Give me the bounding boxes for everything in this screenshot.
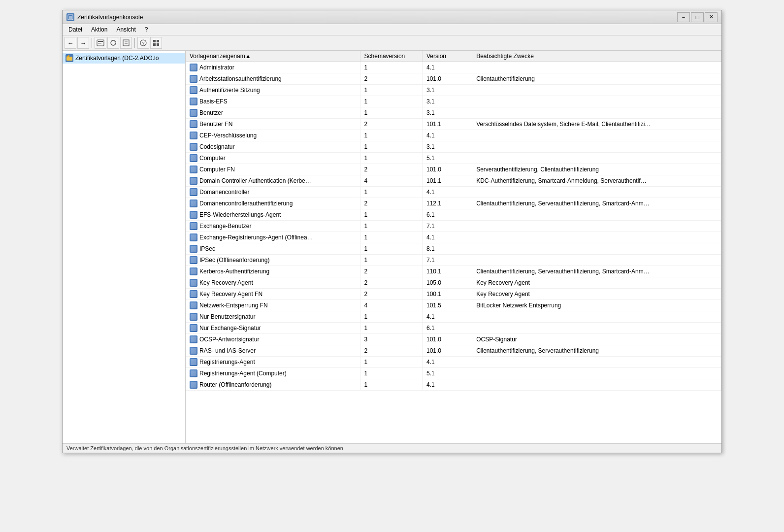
svg-rect-1 xyxy=(69,16,72,19)
cell-version: 112.1 xyxy=(423,198,472,209)
col-header-schema[interactable]: Schemaversion xyxy=(360,51,422,62)
menu-item-ansicht[interactable]: Ansicht xyxy=(112,25,139,34)
close-button[interactable]: ✕ xyxy=(705,12,718,22)
cell-schema: 2 xyxy=(360,73,422,85)
table-row[interactable]: Nur Exchange-Signatur16.1 xyxy=(186,323,721,334)
console-button[interactable] xyxy=(95,37,106,49)
table-row[interactable]: Key Recovery Agent FN2100.1Key Recovery … xyxy=(186,289,721,300)
cell-name: Router (Offlineanforderung) xyxy=(186,379,360,391)
svg-rect-11 xyxy=(153,40,156,42)
table-row[interactable]: Kerberos-Authentifizierung2110.1Clientau… xyxy=(186,266,721,277)
cell-schema: 1 xyxy=(360,62,422,73)
view-button[interactable] xyxy=(150,37,162,49)
table-row[interactable]: Administrator14.1 xyxy=(186,62,721,73)
menu-item-datei[interactable]: Datei xyxy=(65,25,86,34)
table-row[interactable]: Exchange-Registrierungs-Agent (Offlinea…… xyxy=(186,232,721,243)
table-row[interactable]: Benutzer13.1 xyxy=(186,107,721,119)
cell-name: CEP-Verschlüsselung xyxy=(186,130,360,141)
forward-button[interactable]: → xyxy=(77,37,89,49)
table-row[interactable]: Computer15.1 xyxy=(186,153,721,164)
table-row[interactable]: Registrierungs-Agent (Computer)15.1 xyxy=(186,368,721,379)
window-title: Zertifikatvorlagenkonsole xyxy=(77,14,143,21)
cert-icon xyxy=(190,120,197,128)
cert-icon xyxy=(190,188,197,196)
main-area: Zertifikatvorlagen (DC-2.ADG.lo Vorlagen… xyxy=(63,51,721,443)
status-bar: Verwaltet Zertifikatvorlagen, die von de… xyxy=(63,443,721,453)
cell-name: Basis-EFS xyxy=(186,96,360,107)
table-row[interactable]: IPSec18.1 xyxy=(186,243,721,255)
table-row[interactable]: Domänencontrollerauthentifizierung2112.1… xyxy=(186,198,721,209)
export-button[interactable] xyxy=(120,37,132,49)
minimize-button[interactable]: − xyxy=(677,12,690,22)
cell-name: Computer FN xyxy=(186,164,360,175)
table-row[interactable]: Arbeitsstationsauthentifizierung2101.0Cl… xyxy=(186,73,721,85)
cell-version: 8.1 xyxy=(423,243,472,255)
cell-schema: 2 xyxy=(360,198,422,209)
cert-icon xyxy=(190,256,197,264)
title-bar-left: Zertifikatvorlagenkonsole xyxy=(66,13,143,21)
cell-name: Netzwerk-Entsperrung FN xyxy=(186,300,360,311)
cell-name: Key Recovery Agent FN xyxy=(186,289,360,300)
cert-icon xyxy=(190,313,197,321)
table-row[interactable]: Nur Benutzersignatur14.1 xyxy=(186,311,721,323)
cell-version: 6.1 xyxy=(423,323,472,334)
back-button[interactable]: ← xyxy=(65,37,76,49)
menu-item-aktion[interactable]: Aktion xyxy=(87,25,111,34)
table-row[interactable]: Domänencontroller14.1 xyxy=(186,187,721,198)
table-row[interactable]: Registrierungs-Agent14.1 xyxy=(186,357,721,368)
col-header-name[interactable]: Vorlagenanzeigenam▲ xyxy=(186,51,360,62)
table-row[interactable]: Netzwerk-Entsperrung FN4101.5BitLocker N… xyxy=(186,300,721,311)
table-row[interactable]: Authentifizierte Sitzung13.1 xyxy=(186,85,721,96)
table-container[interactable]: Vorlagenanzeigenam▲ Schemaversion Versio… xyxy=(186,51,721,443)
table-row[interactable]: CEP-Verschlüsselung14.1 xyxy=(186,130,721,141)
table-row[interactable]: Key Recovery Agent2105.0Key Recovery Age… xyxy=(186,277,721,289)
cell-name: Computer xyxy=(186,153,360,164)
table-row[interactable]: Codesignatur13.1 xyxy=(186,141,721,153)
refresh-button[interactable] xyxy=(107,37,119,49)
svg-rect-3 xyxy=(98,41,103,42)
cell-name: IPSec (Offlineanforderung) xyxy=(186,255,360,266)
table-row[interactable]: Basis-EFS13.1 xyxy=(186,96,721,107)
table-row[interactable]: Benutzer FN2101.1Verschlüsselndes Dateis… xyxy=(186,119,721,130)
cert-icon xyxy=(190,166,197,173)
col-header-purposes[interactable]: Beabsichtigte Zwecke xyxy=(472,51,721,62)
table-row[interactable]: Exchange-Benutzer17.1 xyxy=(186,221,721,232)
table-row[interactable]: Domain Controller Authentication (Kerbe…… xyxy=(186,175,721,187)
table-row[interactable]: OCSP-Antwortsignatur3101.0OCSP-Signatur xyxy=(186,334,721,345)
cert-icon xyxy=(190,290,197,298)
cell-name: Registrierungs-Agent xyxy=(186,357,360,368)
svg-marker-5 xyxy=(114,41,116,43)
sidebar-item-zertifikatvorlagen[interactable]: Zertifikatvorlagen (DC-2.ADG.lo xyxy=(63,53,185,64)
table-row[interactable]: Router (Offlineanforderung)14.1 xyxy=(186,379,721,391)
menu-item-?[interactable]: ? xyxy=(141,25,152,34)
cert-icon xyxy=(190,267,197,275)
cert-icon xyxy=(190,222,197,230)
cert-icon xyxy=(190,369,197,377)
help-button[interactable]: ? xyxy=(137,37,149,49)
table-row[interactable]: RAS- und IAS-Server2101.0Clientauthentif… xyxy=(186,345,721,357)
cell-schema: 2 xyxy=(360,289,422,300)
cell-version: 3.1 xyxy=(423,141,472,153)
cell-purposes xyxy=(472,187,721,198)
cell-schema: 2 xyxy=(360,266,422,277)
cell-purposes xyxy=(472,153,721,164)
cell-name: Exchange-Benutzer xyxy=(186,221,360,232)
cell-purposes xyxy=(472,141,721,153)
cell-name: Benutzer FN xyxy=(186,119,360,130)
maximize-button[interactable]: □ xyxy=(691,12,704,22)
col-header-version[interactable]: Version xyxy=(423,51,472,62)
table-row[interactable]: IPSec (Offlineanforderung)17.1 xyxy=(186,255,721,266)
cell-name: Key Recovery Agent xyxy=(186,277,360,289)
cell-schema: 1 xyxy=(360,153,422,164)
cell-purposes xyxy=(472,311,721,323)
cell-schema: 1 xyxy=(360,232,422,243)
cell-purposes: BitLocker Netzwerk Entsperrung xyxy=(472,300,721,311)
app-icon xyxy=(66,13,74,21)
cell-name: RAS- und IAS-Server xyxy=(186,345,360,357)
cell-purposes xyxy=(472,368,721,379)
cell-purposes: Clientauthentifizierung, Serverauthentif… xyxy=(472,266,721,277)
table-row[interactable]: EFS-Wiederherstellungs-Agent16.1 xyxy=(186,209,721,221)
cell-name: Administrator xyxy=(186,62,360,73)
cell-version: 101.0 xyxy=(423,345,472,357)
table-row[interactable]: Computer FN2101.0Serverauthentifizierung… xyxy=(186,164,721,175)
